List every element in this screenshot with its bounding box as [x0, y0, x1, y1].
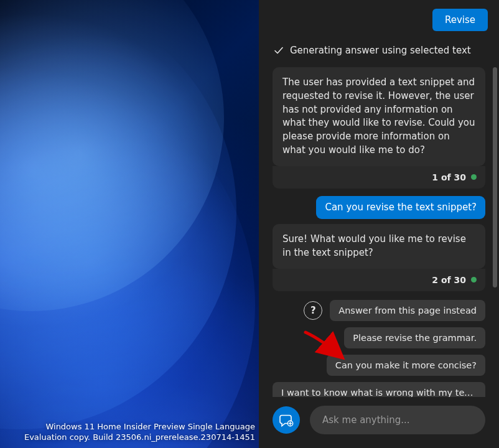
chat-plus-icon [279, 413, 294, 427]
new-topic-button[interactable] [273, 406, 300, 434]
panel-topbar: Revise [259, 0, 499, 31]
check-icon [274, 45, 284, 55]
ai-message: The user has provided a text snippet and… [273, 67, 485, 166]
user-message-text: Can you revise the text snippet? [325, 202, 477, 213]
ai-message-text: Sure! What would you like me to revise i… [282, 233, 466, 258]
suggestion-group: ? Answer from this page instead Please r… [273, 300, 485, 397]
status-dot-icon [471, 174, 477, 180]
status-text: Generating answer using selected text [290, 45, 471, 56]
desktop-wallpaper: Windows 11 Home Insider Preview Single L… [0, 0, 259, 448]
ai-message-text: The user has provided a text snippet and… [282, 77, 475, 156]
revise-button[interactable]: Revise [432, 9, 488, 31]
suggestion-chip[interactable]: Answer from this page instead [330, 300, 485, 321]
turn-counter: 2 of 30 [273, 269, 485, 291]
scrollbar-thumb[interactable] [493, 67, 497, 287]
turn-counter-text: 2 of 30 [432, 275, 466, 285]
suggestion-chip[interactable]: Can you make it more concise? [327, 355, 485, 376]
question-mark-icon: ? [304, 301, 322, 320]
chat-thread: The user has provided a text snippet and… [259, 58, 499, 397]
turn-counter: 1 of 30 [273, 166, 485, 189]
ai-message: Sure! What would you like me to revise i… [273, 224, 485, 269]
status-dot-icon [471, 277, 477, 282]
ask-input[interactable] [310, 406, 485, 434]
turn-counter-text: 1 of 30 [432, 172, 466, 182]
suggestion-chip[interactable]: I want to know what is wrong with my tex… [273, 382, 485, 397]
status-row: Generating answer using selected text [259, 31, 499, 58]
copilot-panel: Revise Generating answer using selected … [259, 0, 499, 448]
suggestion-chip[interactable]: Please revise the grammar. [344, 327, 485, 348]
composer-row [259, 397, 499, 448]
user-message: Can you revise the text snippet? [316, 196, 485, 220]
